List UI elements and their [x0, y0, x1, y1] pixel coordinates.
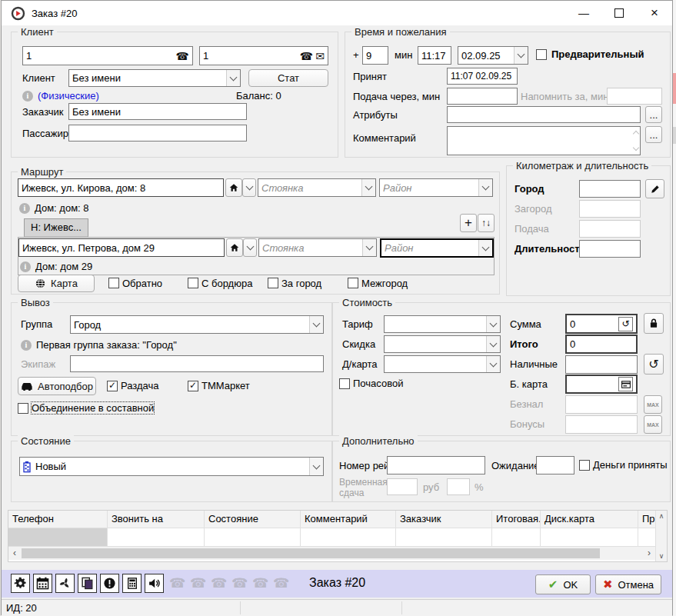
- to-address-input[interactable]: [18, 238, 225, 257]
- phone-primary-field[interactable]: ☎: [22, 46, 193, 65]
- phone-secondary-field[interactable]: ☎ ✉: [199, 46, 328, 65]
- city-km-input[interactable]: [579, 180, 641, 198]
- cancel-button[interactable]: ✖ Отмена: [595, 574, 661, 594]
- close-button[interactable]: ×: [637, 1, 672, 25]
- vertical-scrollbar[interactable]: ∧ ∨: [655, 511, 667, 561]
- dispatch-fan-button[interactable]: [55, 574, 75, 593]
- preliminary-checkbox[interactable]: [536, 49, 547, 60]
- chevron-down-icon[interactable]: [361, 179, 375, 196]
- client-category-link[interactable]: (Физические): [38, 90, 99, 102]
- tmmarket-checkbox[interactable]: ✓: [188, 381, 198, 391]
- bcard-field[interactable]: [565, 375, 638, 394]
- phone-primary-input[interactable]: [26, 50, 174, 62]
- column-header[interactable]: Диск.карта: [541, 511, 638, 528]
- column-header[interactable]: Комментарий: [301, 511, 396, 528]
- column-header[interactable]: Звонить на: [108, 511, 205, 528]
- to-district-select[interactable]: Район: [380, 238, 494, 258]
- total-input[interactable]: [565, 335, 638, 354]
- autoselect-button[interactable]: Автоподбор: [18, 377, 96, 395]
- column-header[interactable]: Итоговая...: [492, 511, 541, 528]
- offset-minutes-input[interactable]: [362, 46, 388, 65]
- reset-cash-button[interactable]: ↺: [644, 354, 664, 375]
- curb-checkbox[interactable]: [188, 278, 198, 288]
- sound-button[interactable]: [145, 574, 164, 593]
- scrollbar-thumb[interactable]: [22, 548, 600, 558]
- scroll-up-icon[interactable]: ∧: [659, 512, 664, 520]
- scroll-right-icon[interactable]: ›: [643, 547, 655, 560]
- map-button[interactable]: Карта: [18, 275, 95, 292]
- waiting-input[interactable]: [536, 456, 574, 474]
- chevron-down-icon[interactable]: [309, 316, 323, 333]
- state-select[interactable]: Новый: [19, 457, 324, 476]
- sum-field[interactable]: ↺: [565, 314, 638, 334]
- column-header[interactable]: Заказчик: [396, 511, 492, 528]
- from-district-select[interactable]: Район: [379, 178, 493, 197]
- stat-button[interactable]: Стат: [248, 69, 328, 87]
- attributes-more-button[interactable]: ...: [645, 106, 662, 123]
- add-stop-button[interactable]: +: [460, 214, 477, 232]
- table-cell[interactable]: [638, 528, 655, 547]
- chevron-down-icon[interactable]: [486, 336, 500, 352]
- from-parking-select[interactable]: Стоянка: [258, 178, 376, 197]
- to-home-button[interactable]: [226, 238, 243, 257]
- passenger-input[interactable]: [68, 125, 247, 142]
- table-cell[interactable]: [541, 528, 638, 547]
- column-header[interactable]: Пр: [638, 511, 655, 528]
- combine-checkbox[interactable]: [18, 403, 28, 414]
- hourly-checkbox[interactable]: [339, 378, 350, 389]
- scroll-left-icon[interactable]: ‹: [8, 547, 21, 560]
- chevron-down-icon[interactable]: [486, 356, 500, 372]
- sum-input[interactable]: [570, 318, 616, 330]
- discount-select[interactable]: [384, 335, 501, 353]
- table-cell[interactable]: [301, 528, 396, 547]
- time-input[interactable]: [418, 46, 451, 65]
- chevron-down-icon[interactable]: [478, 240, 492, 256]
- attributes-input[interactable]: [447, 106, 641, 123]
- pickup-after-input[interactable]: [447, 88, 518, 105]
- comment-more-button[interactable]: ...: [645, 126, 662, 143]
- horizontal-scrollbar[interactable]: ‹ ›: [8, 547, 655, 560]
- table-row[interactable]: [8, 528, 655, 547]
- calculator-button[interactable]: [122, 574, 142, 593]
- minimize-button[interactable]: —: [566, 1, 601, 25]
- tariff-select[interactable]: [384, 315, 501, 333]
- bcard-input[interactable]: [570, 378, 616, 390]
- to-home-dropdown[interactable]: [243, 238, 257, 257]
- from-address-input[interactable]: [18, 178, 224, 197]
- chevron-down-icon[interactable]: [226, 70, 240, 86]
- cash-input[interactable]: [565, 355, 638, 374]
- chevron-down-icon[interactable]: [486, 316, 500, 332]
- column-header[interactable]: Состояние: [205, 511, 301, 528]
- dcard-select[interactable]: [384, 355, 501, 373]
- alert-button[interactable]: [100, 574, 119, 593]
- chevron-down-icon[interactable]: [478, 179, 492, 196]
- money-accepted-checkbox[interactable]: [579, 460, 590, 471]
- date-select[interactable]: 02.09.25: [458, 46, 528, 65]
- phone-secondary-input[interactable]: [203, 50, 298, 62]
- group-select[interactable]: Город: [70, 315, 324, 334]
- column-header[interactable]: Телефон: [8, 511, 108, 528]
- out-of-town-checkbox[interactable]: [268, 278, 278, 288]
- copy-button[interactable]: [78, 574, 97, 593]
- mail-icon[interactable]: ✉: [315, 51, 325, 62]
- table-cell[interactable]: [108, 528, 205, 547]
- swap-stops-button[interactable]: ↑↓: [478, 214, 495, 232]
- duration-input[interactable]: [579, 240, 641, 258]
- lock-sum-button[interactable]: [644, 313, 664, 334]
- accepted-input[interactable]: [447, 68, 518, 85]
- settings-button[interactable]: [11, 574, 30, 593]
- stop-tab[interactable]: Н: Ижевс...: [24, 218, 88, 237]
- chevron-down-icon[interactable]: [514, 47, 528, 64]
- calendar-button[interactable]: [33, 574, 52, 593]
- chevron-down-icon[interactable]: [362, 239, 376, 256]
- table-cell-selected[interactable]: [8, 528, 108, 547]
- scroll-down-icon[interactable]: ∨: [659, 552, 664, 560]
- return-checkbox[interactable]: [108, 278, 119, 288]
- table-cell[interactable]: [492, 528, 541, 547]
- chevron-down-icon[interactable]: [309, 458, 323, 475]
- from-home-dropdown[interactable]: [242, 178, 256, 197]
- customer-input[interactable]: [68, 103, 247, 120]
- from-home-button[interactable]: [225, 178, 242, 197]
- client-name-select[interactable]: Без имени: [68, 69, 241, 87]
- reset-icon[interactable]: ↺: [618, 317, 633, 331]
